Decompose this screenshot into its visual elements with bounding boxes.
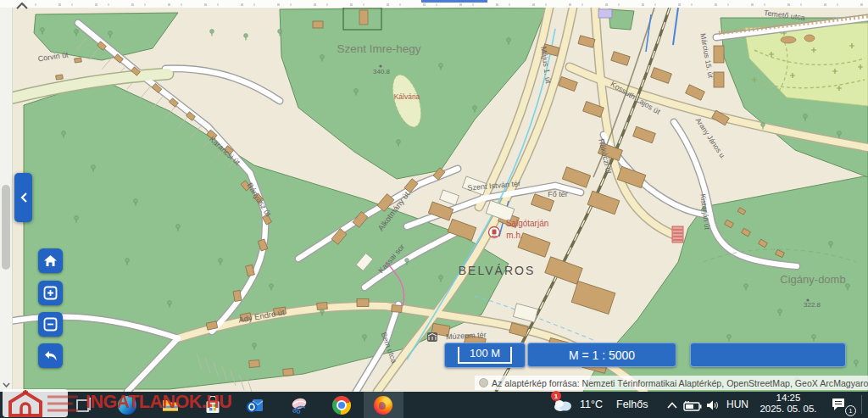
show-desktop-divider[interactable]: [861, 395, 862, 414]
map-label: m.h.: [506, 231, 522, 240]
watermark-house-icon: [7, 390, 81, 417]
zoom-in-icon: [43, 286, 58, 300]
home-button[interactable]: [38, 248, 63, 273]
speaker-icon[interactable]: [706, 399, 720, 411]
left-scrollbar-thumb[interactable]: [2, 185, 10, 270]
panel-collapse-tab[interactable]: [14, 173, 32, 222]
top-cutoff-strip: [0, 0, 868, 8]
tray-time: 14:25: [757, 393, 820, 404]
tray-clock[interactable]: 14:25 2025. 05. 05.: [757, 393, 820, 415]
tray-chevron-up-icon[interactable]: [666, 401, 678, 410]
screen: Corvin útSzent Imre-hegy340.8KálváriaTem…: [0, 0, 868, 418]
attribution-icon: [479, 378, 488, 387]
snipping-tool-icon[interactable]: [290, 396, 309, 415]
weather-temp[interactable]: 11°C: [580, 398, 603, 410]
map-label: BELVÁROS: [459, 264, 535, 277]
outlook-icon[interactable]: [246, 396, 264, 415]
weather-badge: 1: [551, 391, 561, 401]
map-label: 340.8: [373, 68, 391, 75]
scale-ratio: M = 1 : 5000: [569, 348, 635, 362]
map-canvas[interactable]: Corvin útSzent Imre-hegy340.8KálváriaTem…: [0, 8, 868, 392]
zoom-in-button[interactable]: [38, 281, 63, 305]
map-label: Kálvária: [394, 92, 420, 101]
scroll-down-icon[interactable]: [2, 381, 11, 389]
watermark-brand: INGATLANOK.HU: [86, 392, 231, 413]
left-scrollbar-track[interactable]: [0, 8, 13, 392]
undo-button[interactable]: [38, 343, 63, 368]
text-fragments: [0, 3, 868, 6]
language-indicator[interactable]: HUN: [726, 398, 748, 410]
notification-badge: 1: [845, 405, 856, 416]
museum-icon: [427, 332, 437, 342]
train-station-icon: [489, 227, 500, 238]
attribution-text: Az alaptérkép forrása: Nemzeti Térinform…: [492, 378, 868, 388]
scale-ratio-button[interactable]: M = 1 : 5000: [527, 343, 676, 367]
map-label: Salgótarján: [506, 219, 549, 228]
empty-blue-button[interactable]: [690, 343, 846, 367]
weather-desc[interactable]: Felhős: [616, 398, 648, 410]
undo-arrow-icon: [43, 350, 58, 362]
firefox-icon[interactable]: [374, 396, 392, 415]
scale-distance: 100 M: [458, 347, 512, 364]
home-icon: [43, 254, 58, 267]
zoom-out-icon: [43, 317, 58, 332]
collapse-up-icon[interactable]: [14, 1, 30, 13]
attribution-bar: Az alaptérkép forrása: Nemzeti Térinform…: [475, 376, 868, 390]
scale-bar-button[interactable]: 100 M: [444, 343, 526, 368]
map-label: Fő tér: [548, 190, 568, 198]
chrome-icon[interactable]: [332, 396, 351, 415]
map-label: Cigány-domb: [780, 273, 845, 286]
chevron-left-icon: [19, 192, 28, 203]
map-label: 322.8: [804, 301, 821, 309]
map-label: Szent Imre-hegy: [337, 42, 420, 55]
battery-icon[interactable]: [683, 400, 702, 411]
zoom-out-button[interactable]: [38, 312, 63, 337]
blue-fragment: [421, 0, 487, 3]
action-center-icon[interactable]: [831, 398, 846, 411]
tray-date: 2025. 05. 05.: [757, 404, 820, 415]
